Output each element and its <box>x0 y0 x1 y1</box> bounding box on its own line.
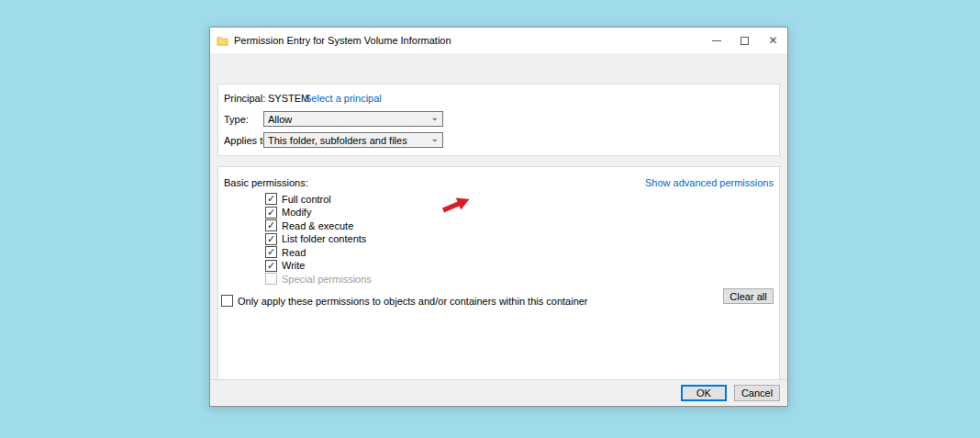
clear-all-button[interactable]: Clear all <box>723 288 774 304</box>
window-title: Permission Entry for System Volume Infor… <box>234 35 451 46</box>
folder-icon <box>217 35 228 47</box>
permissions-list: ✓ Full control ✓ Modify ✓ Read & execute… <box>265 193 372 286</box>
maximize-button[interactable] <box>730 28 759 53</box>
permission-entry-dialog: Permission Entry for System Volume Infor… <box>209 27 788 407</box>
principal-panel: Principal: SYSTEM Select a principal Typ… <box>217 84 780 156</box>
permission-label: Special permissions <box>282 274 372 285</box>
checkbox-read-execute[interactable]: ✓ <box>265 219 277 231</box>
type-dropdown-value: Allow <box>268 114 431 125</box>
desktop-background: { "window": { "title": "Permission Entry… <box>0 0 980 438</box>
permission-row-list-folder-contents[interactable]: ✓ List folder contents <box>265 233 372 245</box>
type-dropdown[interactable]: Allow ⌄ <box>263 111 443 127</box>
checkbox-full-control[interactable]: ✓ <box>265 193 277 205</box>
show-advanced-permissions-link[interactable]: Show advanced permissions <box>645 177 774 188</box>
permission-label: Read <box>282 247 306 258</box>
permissions-panel: Basic permissions: Show advanced permiss… <box>217 166 780 400</box>
permission-row-read[interactable]: ✓ Read <box>265 246 372 258</box>
only-apply-row[interactable]: Only apply these permissions to objects … <box>221 295 588 307</box>
permission-row-modify[interactable]: ✓ Modify <box>265 207 372 219</box>
cancel-button[interactable]: Cancel <box>734 385 780 401</box>
chevron-down-icon: ⌄ <box>431 134 439 143</box>
title-bar[interactable]: Permission Entry for System Volume Infor… <box>210 28 787 53</box>
permission-row-read-execute[interactable]: ✓ Read & execute <box>265 219 372 231</box>
checkbox-modify[interactable]: ✓ <box>265 207 277 219</box>
permission-row-special-permissions: Special permissions <box>265 273 372 285</box>
applies-to-dropdown-value: This folder, subfolders and files <box>268 135 431 146</box>
permission-label: Full control <box>282 194 331 205</box>
principal-label: Principal: <box>224 93 265 104</box>
permission-row-full-control[interactable]: ✓ Full control <box>265 193 372 205</box>
permission-label: Read & execute <box>282 220 353 231</box>
permission-label: List folder contents <box>282 233 366 244</box>
permission-row-write[interactable]: ✓ Write <box>265 260 372 272</box>
minimize-icon <box>712 40 721 41</box>
checkbox-special-permissions <box>265 273 277 285</box>
minimize-button[interactable] <box>702 28 730 53</box>
principal-value: SYSTEM <box>268 93 309 104</box>
permission-label: Modify <box>282 207 311 218</box>
applies-to-dropdown[interactable]: This folder, subfolders and files ⌄ <box>263 132 443 148</box>
checkbox-only-apply[interactable] <box>221 295 233 307</box>
checkbox-list-folder-contents[interactable]: ✓ <box>265 233 277 245</box>
chevron-down-icon: ⌄ <box>431 113 439 122</box>
permission-label: Write <box>282 260 305 271</box>
type-label: Type: <box>224 114 249 125</box>
close-button[interactable]: ✕ <box>759 28 787 53</box>
checkbox-write[interactable]: ✓ <box>265 260 277 272</box>
maximize-icon <box>741 37 749 45</box>
dialog-footer: OK Cancel <box>210 379 787 406</box>
dialog-body: Principal: SYSTEM Select a principal Typ… <box>210 53 787 379</box>
close-icon: ✕ <box>768 35 777 46</box>
permissions-header: Basic permissions: Show advanced permiss… <box>224 177 774 188</box>
select-principal-link[interactable]: Select a principal <box>305 93 382 104</box>
only-apply-label: Only apply these permissions to objects … <box>238 296 588 307</box>
ok-button[interactable]: OK <box>681 385 727 401</box>
window-controls: ✕ <box>702 28 787 53</box>
checkbox-read[interactable]: ✓ <box>265 246 277 258</box>
basic-permissions-label: Basic permissions: <box>224 177 308 188</box>
